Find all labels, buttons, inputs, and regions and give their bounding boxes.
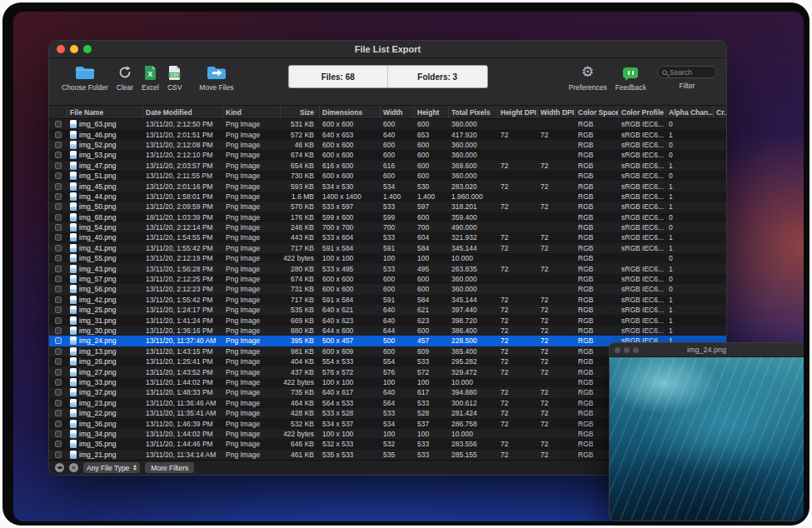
row-checkbox[interactable] [55, 317, 62, 324]
table-row-img_43[interactable]: img_43.png13/11/20, 1:56:28 PMPng Image2… [49, 263, 726, 273]
row-checkbox[interactable] [55, 214, 62, 221]
row-checkbox[interactable] [55, 193, 62, 200]
row-checkbox[interactable] [55, 132, 62, 138]
preview-zoom-button[interactable] [633, 347, 639, 353]
row-checkbox[interactable] [55, 389, 62, 396]
table-row-img_68[interactable]: img_68.png18/11/20, 1:03:39 PMPng Image1… [49, 212, 726, 222]
cell-name: img_43.png [67, 263, 143, 273]
row-checkbox[interactable] [55, 379, 62, 386]
row-checkbox[interactable] [55, 245, 62, 252]
preview-window[interactable]: img_24.png [609, 342, 804, 521]
choose-folder-button[interactable]: Choose Folder [62, 63, 108, 92]
row-checkbox[interactable] [55, 369, 62, 376]
row-checkbox[interactable] [55, 266, 62, 272]
row-checkbox[interactable] [55, 172, 62, 179]
column-header-height[interactable]: Height [415, 106, 449, 118]
table-row-img_63[interactable]: img_63.png13/11/20, 2:12:50 PMPng Image5… [49, 119, 726, 129]
column-header-alpha[interactable]: Alpha Chan... [666, 106, 714, 118]
row-checkbox[interactable] [55, 152, 62, 158]
cell-size: 1.6 MB [281, 192, 320, 202]
search-field[interactable] [657, 66, 717, 78]
row-checkbox[interactable] [55, 203, 62, 210]
row-checkbox[interactable] [55, 348, 62, 355]
column-header-cr[interactable]: Cr... [714, 106, 727, 118]
row-checkbox[interactable] [55, 431, 62, 437]
cell-total_pixels: 360.000 [449, 284, 498, 294]
row-checkbox[interactable] [55, 358, 62, 365]
cell-name: img_57.png [67, 274, 143, 284]
table-row-img_41[interactable]: img_41.png13/11/20, 1:55:42 PMPng Image7… [49, 243, 726, 253]
column-header-width_dpi[interactable]: Width DPI [538, 106, 575, 118]
table-row-img_53[interactable]: img_53.png13/11/20, 2:12:10 PMPng Image6… [49, 150, 726, 160]
row-checkbox[interactable] [55, 286, 62, 292]
column-header-height_dpi[interactable]: Height DPI [498, 106, 538, 118]
table-row-img_40[interactable]: img_40.png13/11/20, 1:54:55 PMPng Image4… [49, 232, 726, 242]
table-row-img_46[interactable]: img_46.png13/11/20, 2:01:51 PMPng Image5… [49, 129, 726, 139]
cell-kind: Png Image [223, 222, 281, 232]
file-type-dropdown[interactable]: Any File Type [83, 462, 140, 473]
row-checkbox[interactable] [55, 183, 62, 190]
table-row-img_54[interactable]: img_54.png13/11/20, 2:12:14 PMPng Image2… [49, 222, 726, 232]
table-row-img_47[interactable]: img_47.png13/11/20, 2:03:57 PMPng Image6… [49, 161, 726, 171]
cell-width_dpi: 72 [538, 398, 575, 408]
row-checkbox[interactable] [55, 224, 62, 231]
titlebar[interactable]: File List Export [49, 41, 726, 58]
preferences-button[interactable]: ⚙ Preferences [569, 63, 607, 92]
excel-export-button[interactable]: X Excel [142, 63, 159, 92]
row-checkbox[interactable] [55, 327, 62, 334]
row-checkbox[interactable] [55, 441, 62, 447]
cell-alpha: 0 [666, 274, 714, 284]
column-header-color_profile[interactable]: Color Profile [619, 106, 666, 118]
column-header-width[interactable]: Width [381, 106, 415, 118]
clear-button[interactable]: Clear [117, 63, 133, 92]
row-checkbox[interactable] [55, 276, 62, 282]
row-checkbox[interactable] [55, 337, 62, 344]
table-row-img_56[interactable]: img_56.png13/11/20, 2:12:23 PMPng Image7… [49, 284, 726, 294]
more-filters-button[interactable]: More Filters [145, 462, 194, 473]
table-row-img_50[interactable]: img_50.png13/11/20, 2:09:59 PMPng Image5… [49, 202, 726, 212]
clear-filters-icon[interactable]: ✕ [69, 463, 78, 472]
feedback-button[interactable]: Feedback [615, 63, 646, 92]
row-checkbox[interactable] [55, 234, 62, 241]
table-row-img_52[interactable]: img_52.png13/11/20, 2:12:08 PMPng Image4… [49, 140, 726, 150]
row-checkbox[interactable] [55, 400, 62, 406]
table-row-img_42[interactable]: img_42.png13/11/20, 1:55:42 PMPng Image7… [49, 295, 726, 305]
search-input[interactable] [670, 68, 712, 77]
minimize-button[interactable] [70, 45, 78, 53]
column-header-kind[interactable]: Kind [223, 106, 281, 118]
zoom-button[interactable] [83, 45, 92, 53]
cell-width: 533 [381, 232, 415, 242]
row-checkbox[interactable] [55, 142, 62, 148]
column-header-color_space[interactable]: Color Space [575, 106, 619, 118]
row-checkbox[interactable] [55, 296, 62, 303]
table-row-img_45[interactable]: img_45.png13/11/20, 2:01:16 PMPng Image5… [49, 181, 726, 191]
table-row-img_25[interactable]: img_25.png13/11/20, 1:24:17 PMPng Image5… [49, 305, 726, 315]
preview-close-button[interactable] [615, 347, 620, 353]
column-header-dimensions[interactable]: Dimensions [320, 106, 381, 118]
row-checkbox[interactable] [55, 306, 62, 313]
move-files-button[interactable]: Move Files [199, 63, 233, 92]
eye-icon[interactable] [55, 463, 64, 472]
table-row-img_30[interactable]: img_30.png13/11/20, 1:36:16 PMPng Image8… [49, 326, 726, 336]
row-checkbox[interactable] [55, 410, 62, 416]
table-row-img_55[interactable]: img_55.png13/11/20, 2:12:19 PMPng Image4… [49, 253, 726, 263]
preview-titlebar[interactable]: img_24.png [610, 343, 804, 357]
column-header-size[interactable]: Size [281, 106, 320, 118]
row-checkbox[interactable] [55, 255, 62, 262]
png-file-icon [70, 306, 77, 314]
table-row-img_31[interactable]: img_31.png13/11/20, 1:41:24 PMPng Image6… [49, 315, 726, 325]
table-row-img_57[interactable]: img_57.png13/11/20, 2:12:25 PMPng Image6… [49, 274, 726, 284]
row-checkbox[interactable] [55, 121, 62, 127]
cell-width_dpi [538, 150, 575, 160]
row-checkbox[interactable] [55, 451, 62, 458]
column-header-modified[interactable]: Date Modified [143, 106, 223, 118]
table-row-img_44[interactable]: img_44.png13/11/20, 1:58:01 PMPng Image1… [49, 192, 726, 202]
row-checkbox[interactable] [55, 421, 62, 427]
column-header-total_pixels[interactable]: Total Pixels [449, 106, 498, 118]
table-row-img_51[interactable]: img_51.png13/11/20, 2:11:55 PMPng Image7… [49, 171, 726, 181]
column-header-name[interactable]: File Name [67, 106, 143, 118]
preview-minimize-button[interactable] [624, 347, 630, 353]
csv-export-button[interactable]: CSV CSV [167, 63, 182, 92]
close-button[interactable] [57, 45, 65, 53]
row-checkbox[interactable] [55, 162, 62, 169]
